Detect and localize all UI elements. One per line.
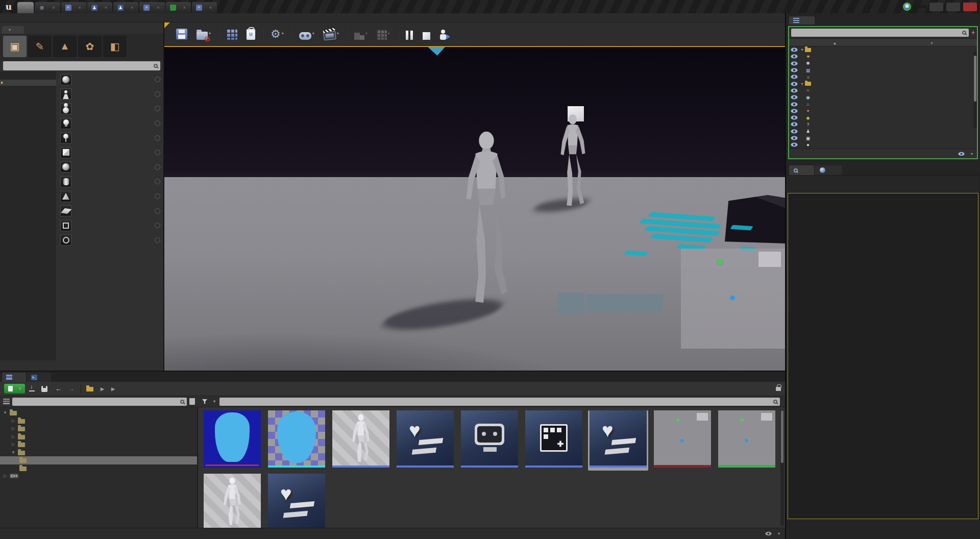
tab-close-icon[interactable]: × [209,5,212,10]
paint-mode-button[interactable]: ✎ [28,36,52,57]
content-button[interactable] [222,27,242,42]
pause-button[interactable] [401,27,418,42]
tree-item-mannequin[interactable]: ▷ [0,425,197,433]
tree-item-blueprints[interactable] [0,456,197,464]
chevron-collapsed-icon[interactable]: ▷ [11,419,15,423]
asset-gamemodetest[interactable] [459,410,520,471]
category-all-classes[interactable] [0,116,56,122]
tree-item-content[interactable]: ▼ [0,409,197,417]
minimize-button[interactable] [929,3,943,11]
landscape-mode-button[interactable]: ▲ [53,36,77,57]
outliner-row[interactable]: ● [789,108,977,114]
tab-enemyhud[interactable]: ≡× [139,2,164,13]
drag-grip-icon[interactable] [155,193,160,199]
place-mode-button[interactable]: ▣ [3,36,27,57]
outliner-row[interactable]: ☀ [789,53,977,60]
eject-button[interactable] [435,27,453,42]
asset-thirdpersoncharacter[interactable] [202,474,262,528]
level-viewport[interactable] [164,46,785,371]
category-volumes[interactable] [0,110,56,116]
forward-button[interactable]: → [67,385,76,393]
drag-grip-icon[interactable] [155,91,160,97]
world-outliner-tab[interactable] [789,16,815,24]
place-item-empty-actor[interactable] [56,72,163,87]
place-item-sphere[interactable] [56,160,163,175]
chevron-expanded-icon[interactable]: ▼ [3,410,7,415]
visibility-eye-icon[interactable] [791,122,798,127]
category-geometry[interactable] [0,104,56,110]
drag-grip-icon[interactable] [155,106,160,111]
outliner-filter-icon[interactable]: + [971,29,975,36]
back-button[interactable]: ← [54,385,63,393]
outliner-row[interactable]: ◉ [789,94,977,101]
outliner-row[interactable]: ☼ [789,74,977,80]
drag-grip-icon[interactable] [155,208,160,214]
tab-close-icon[interactable]: × [26,5,29,10]
search-classes-input[interactable] [6,62,154,69]
drag-grip-icon[interactable] [155,164,160,170]
asset-widgethud[interactable]: ♥ [266,474,327,528]
place-item-cylinder[interactable] [56,175,163,189]
import-button[interactable] [29,386,37,391]
asset-enemyhud[interactable]: ♥ [395,410,455,471]
tab-project-settings[interactable]: ⚙× [35,2,60,13]
place-item-plane[interactable] [56,204,163,218]
tab-close-icon[interactable]: × [157,5,159,10]
chevron-collapsed-icon[interactable]: ▷ [11,434,15,439]
category-lights[interactable] [0,86,56,92]
chevron-collapsed-icon[interactable]: ▷ [11,426,15,431]
category-visual-effects[interactable] [0,98,56,104]
outliner-row[interactable]: ▦ [789,67,977,74]
tab-details[interactable] [789,165,814,175]
place-item-cone[interactable] [56,189,163,204]
drag-grip-icon[interactable] [155,150,160,155]
category-recently-placed[interactable] [0,74,56,80]
chevron-collapsed-icon[interactable]: ▷ [11,442,15,447]
asset-grid-scrollbar[interactable] [780,409,784,526]
outliner-row[interactable]: ≈ [789,87,977,94]
filters-button[interactable]: ▾ [198,399,219,404]
visibility-eye-icon[interactable] [791,109,798,113]
drag-grip-icon[interactable] [155,179,160,184]
place-item-empty-pawn[interactable] [56,102,163,116]
stop-button[interactable] [418,27,435,42]
tab-close-icon[interactable]: × [183,5,186,10]
tab-close-icon[interactable]: × [131,5,133,10]
drag-grip-icon[interactable] [155,77,160,82]
asset-detectionmeter-sprite[interactable] [266,410,327,471]
modes-panel-tab[interactable]: ▾ [2,26,24,34]
asset-detectionmeter[interactable] [202,410,262,471]
foliage-mode-button[interactable]: ✿ [78,36,102,57]
outliner-search-input[interactable] [794,30,960,36]
lock-icon[interactable] [776,387,781,391]
outliner-row[interactable]: ▣ [789,135,977,141]
visibility-eye-icon[interactable] [791,136,798,140]
tab-thirdpersoncharacter[interactable]: ♟× [87,2,112,13]
column-label[interactable]: ▲ [789,39,917,45]
visibility-eye-icon[interactable] [791,54,798,59]
outliner-row[interactable]: ◆ [789,114,977,121]
tab-widgethud[interactable]: ≡× [61,2,86,13]
tab-content-browser[interactable] [2,373,26,382]
drag-grip-icon[interactable] [155,237,160,243]
marketplace-button[interactable] [242,27,260,42]
source-control-button[interactable]: ▾ [192,27,215,42]
geometry-mode-button[interactable]: ◧ [103,36,127,57]
outliner-view-options-button[interactable]: ▾ [958,152,973,156]
asset-hudtest[interactable] [524,410,584,471]
outliner-row[interactable]: ♟ [789,128,977,135]
tree-item-thirdperson[interactable]: ▷ [0,440,197,449]
drag-grip-icon[interactable] [155,223,160,228]
outliner-row[interactable]: ▼ [789,80,977,87]
cinematics-button[interactable]: ▾ [319,27,344,42]
place-item-player-start[interactable] [56,131,163,145]
visibility-eye-icon[interactable] [791,82,798,86]
outliner-row[interactable]: ✱ [789,60,977,67]
add-new-button[interactable]: ▾ [4,384,25,394]
category-basic[interactable] [0,80,56,86]
tree-item-startercontent[interactable]: ▷ [0,433,197,441]
column-type[interactable]: ▼ [917,39,977,45]
asset-enemycharacter[interactable] [331,410,391,471]
asset-hurtui[interactable]: ♥ [588,410,648,471]
sources-toggle-icon[interactable] [3,399,10,404]
